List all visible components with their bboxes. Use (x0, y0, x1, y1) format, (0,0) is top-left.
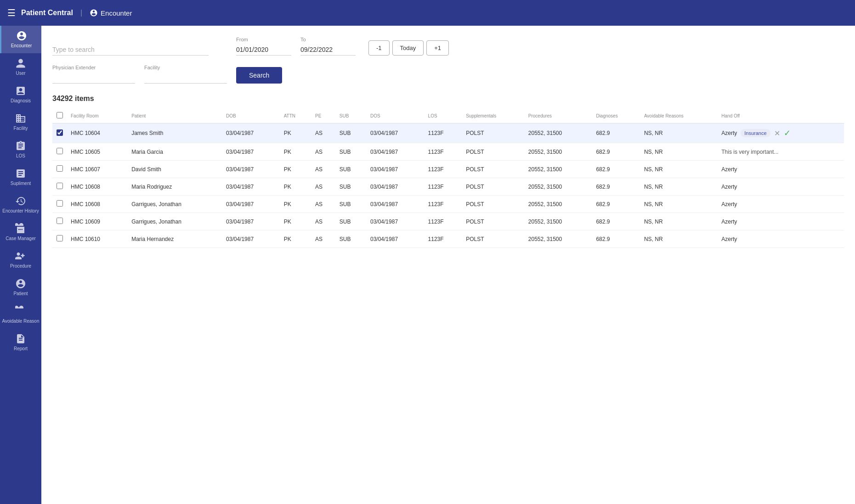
insurance-badge: Insurance (741, 129, 770, 137)
cancel-action-icon[interactable]: ✕ (774, 129, 780, 138)
hand-off-value: Azerty (721, 218, 737, 225)
diagnoses-cell: 682.9 (592, 213, 640, 230)
attn-cell: PK (280, 178, 311, 196)
confirm-action-icon[interactable]: ✓ (784, 128, 791, 138)
row-checkbox[interactable] (57, 148, 63, 154)
sidebar-item-patient[interactable]: Patient (0, 274, 41, 301)
sidebar-item-encounter-label: Encounter (11, 43, 32, 49)
col-supplementals: Supplementals (462, 108, 525, 123)
plus-one-button[interactable]: +1 (426, 40, 449, 56)
separator: | (80, 9, 82, 17)
select-all-checkbox-header[interactable] (52, 108, 67, 123)
row-checkbox[interactable] (57, 235, 63, 241)
col-los: LOS (425, 108, 463, 123)
sidebar-item-encounter-history[interactable]: Encounter History (0, 191, 41, 218)
col-procedures: Procedures (525, 108, 593, 123)
search-input[interactable] (52, 44, 209, 56)
dob-cell: 03/04/1987 (222, 123, 280, 143)
pe-cell: AS (311, 230, 336, 248)
avoidable-reasons-cell: NS, NR (640, 213, 718, 230)
row-checkbox-cell[interactable] (52, 123, 67, 143)
row-checkbox-cell[interactable] (52, 143, 67, 161)
avoidable-reasons-cell: NS, NR (640, 143, 718, 161)
sidebar-item-avoidable-reason[interactable]: Avoidable Reason (0, 301, 41, 329)
hand-off-cell: Azerty (718, 213, 844, 230)
sub-cell: SUB (336, 178, 367, 196)
dob-cell: 03/04/1987 (222, 196, 280, 213)
avoidable-reasons-cell: NS, NR (640, 230, 718, 248)
hand-off-cell: Azerty (718, 178, 844, 196)
supplementals-cell: POLST (462, 161, 525, 178)
search-row-1: From 01/01/2020 To 09/22/2022 -1 Today +… (52, 37, 844, 56)
row-checkbox-cell[interactable] (52, 178, 67, 196)
row-checkbox-cell[interactable] (52, 230, 67, 248)
col-avoidable-reasons: Avoidable Reasons (640, 108, 718, 123)
supplementals-cell: POLST (462, 196, 525, 213)
facility-room-cell: HMC 10608 (67, 196, 128, 213)
section-label: Encounter (90, 9, 132, 17)
minus-one-button[interactable]: -1 (368, 40, 390, 56)
facility-room-cell: HMC 10604 (67, 123, 128, 143)
diagnoses-cell: 682.9 (592, 230, 640, 248)
row-checkbox[interactable] (57, 200, 63, 207)
sidebar-item-avoidable-reason-label: Avoidable Reason (2, 319, 40, 324)
procedures-cell: 20552, 31500 (525, 213, 593, 230)
diagnoses-cell: 682.9 (592, 196, 640, 213)
facility-filter-input[interactable] (144, 72, 227, 84)
search-row-2: Physician Extender Facility Search (52, 65, 844, 84)
encounter-icon (90, 9, 98, 17)
col-patient: Patient (128, 108, 222, 123)
supplementals-cell: POLST (462, 123, 525, 143)
menu-icon[interactable]: ☰ (7, 7, 16, 18)
row-checkbox-cell[interactable] (52, 196, 67, 213)
attn-cell: PK (280, 123, 311, 143)
main-content: From 01/01/2020 To 09/22/2022 -1 Today +… (41, 26, 855, 504)
attn-cell: PK (280, 213, 311, 230)
sidebar-item-supliment[interactable]: Supliment (0, 163, 41, 191)
top-bar: ☰ Patient Central | Encounter (0, 0, 855, 26)
pe-cell: AS (311, 161, 336, 178)
sidebar-item-facility[interactable]: Facility (0, 108, 41, 136)
physician-extender-input[interactable] (52, 72, 135, 84)
table-body: HMC 10604James Smith03/04/1987PKASSUB03/… (52, 123, 844, 248)
sidebar-item-supliment-label: Supliment (11, 181, 31, 186)
sidebar-item-user-label: User (16, 71, 25, 76)
col-facility-room: Facility Room (67, 108, 128, 123)
sidebar-item-los[interactable]: LOS (0, 136, 41, 163)
search-button[interactable]: Search (236, 67, 282, 84)
sidebar-item-encounter[interactable]: Encounter (0, 26, 41, 53)
dos-cell: 03/04/1987 (367, 178, 425, 196)
pe-cell: AS (311, 178, 336, 196)
patient-cell: Maria Hernandez (128, 230, 222, 248)
row-checkbox-cell[interactable] (52, 213, 67, 230)
col-pe: PE (311, 108, 336, 123)
facility-room-cell: HMC 10610 (67, 230, 128, 248)
hand-off-value: Azerty (721, 130, 737, 136)
row-checkbox[interactable] (57, 183, 63, 189)
sidebar-item-case-manager[interactable]: Case Manager (0, 218, 41, 246)
sidebar-item-case-manager-label: Case Manager (6, 236, 36, 241)
sidebar-item-report[interactable]: Report (0, 329, 41, 356)
hand-off-cell: Azerty (718, 161, 844, 178)
pe-cell: AS (311, 196, 336, 213)
sidebar-item-procedure[interactable]: Procedure (0, 246, 41, 274)
sub-cell: SUB (336, 196, 367, 213)
table-row: HMC 10610Maria Hernandez03/04/1987PKASSU… (52, 230, 844, 248)
sidebar-item-diagnosis[interactable]: Diagnosis (0, 81, 41, 108)
diagnoses-cell: 682.9 (592, 178, 640, 196)
avoidable-reasons-cell: NS, NR (640, 123, 718, 143)
row-checkbox[interactable] (57, 218, 63, 224)
patient-cell: James Smith (128, 123, 222, 143)
row-checkbox[interactable] (57, 165, 63, 172)
today-button[interactable]: Today (392, 40, 424, 56)
row-checkbox[interactable] (57, 129, 63, 136)
row-checkbox-cell[interactable] (52, 161, 67, 178)
facility-filter-label: Facility (144, 65, 227, 70)
sidebar-item-user[interactable]: User (0, 53, 41, 81)
dob-cell: 03/04/1987 (222, 230, 280, 248)
patient-cell: Maria Garcia (128, 143, 222, 161)
pe-cell: AS (311, 213, 336, 230)
select-all-checkbox[interactable] (57, 112, 63, 118)
hand-off-cell: This is very important... (718, 143, 844, 161)
los-cell: 1123F (425, 143, 463, 161)
